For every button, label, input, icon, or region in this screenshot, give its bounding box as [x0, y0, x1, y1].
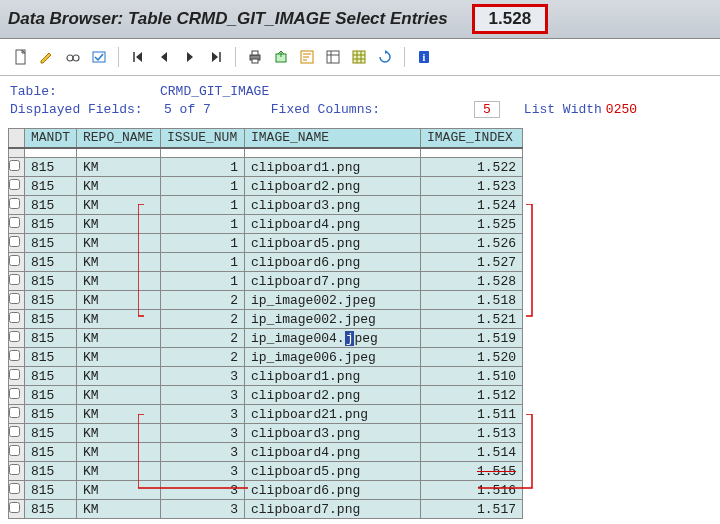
- row-selector[interactable]: [9, 310, 25, 329]
- row-selector[interactable]: [9, 424, 25, 443]
- glasses-icon[interactable]: [62, 47, 84, 67]
- table-row[interactable]: 815KM1clipboard2.png1.523: [9, 177, 523, 196]
- cell-issue: 3: [161, 386, 245, 405]
- row-selector[interactable]: [9, 272, 25, 291]
- cell-mandt: 815: [25, 177, 77, 196]
- svg-rect-6: [252, 59, 258, 63]
- row-selector[interactable]: [9, 500, 25, 519]
- cell-issue: 3: [161, 424, 245, 443]
- cell-image: ip_image004.jpeg: [245, 329, 421, 348]
- table-row[interactable]: 815KM1clipboard5.png1.526: [9, 234, 523, 253]
- cell-issue: 3: [161, 462, 245, 481]
- col-repo-name[interactable]: REPO_NAME: [77, 129, 161, 148]
- cell-image: clipboard2.png: [245, 177, 421, 196]
- cell-repo: KM: [77, 405, 161, 424]
- select-all-header[interactable]: [9, 129, 25, 148]
- prev-page-icon[interactable]: [153, 47, 175, 67]
- row-selector[interactable]: [9, 367, 25, 386]
- meta-table-label: Table:: [10, 84, 160, 99]
- row-selector[interactable]: [9, 405, 25, 424]
- cell-repo: KM: [77, 462, 161, 481]
- cell-mandt: 815: [25, 367, 77, 386]
- table-row[interactable]: 815KM1clipboard7.png1.528: [9, 272, 523, 291]
- table-row[interactable]: 815KM3clipboard7.png1.517: [9, 500, 523, 519]
- table-row[interactable]: 815KM1clipboard6.png1.527: [9, 253, 523, 272]
- sort-icon[interactable]: [296, 47, 318, 67]
- svg-rect-10: [353, 51, 365, 63]
- layout-icon[interactable]: [322, 47, 344, 67]
- info-icon[interactable]: i: [413, 47, 435, 67]
- table-row[interactable]: 815KM3clipboard21.png1.511: [9, 405, 523, 424]
- export-icon[interactable]: [270, 47, 292, 67]
- table-row[interactable]: 815KM2ip_image006.jpeg1.520: [9, 348, 523, 367]
- row-selector[interactable]: [9, 481, 25, 500]
- cell-index: 1.523: [421, 177, 523, 196]
- cell-issue: 3: [161, 367, 245, 386]
- check-table-icon[interactable]: [88, 47, 110, 67]
- row-selector[interactable]: [9, 215, 25, 234]
- row-selector[interactable]: [9, 443, 25, 462]
- cell-repo: KM: [77, 500, 161, 519]
- cell-issue: 2: [161, 310, 245, 329]
- row-selector[interactable]: [9, 196, 25, 215]
- cell-index: 1.527: [421, 253, 523, 272]
- cell-index: 1.511: [421, 405, 523, 424]
- svg-text:i: i: [423, 52, 426, 63]
- cell-index: 1.519: [421, 329, 523, 348]
- row-selector[interactable]: [9, 348, 25, 367]
- cell-repo: KM: [77, 215, 161, 234]
- table-row[interactable]: 815KM3clipboard2.png1.512: [9, 386, 523, 405]
- table-row[interactable]: 815KM1clipboard4.png1.525: [9, 215, 523, 234]
- spreadsheet-icon[interactable]: [348, 47, 370, 67]
- col-image-name[interactable]: IMAGE_NAME: [245, 129, 421, 148]
- col-mandt[interactable]: MANDT: [25, 129, 77, 148]
- first-page-icon[interactable]: [127, 47, 149, 67]
- last-page-icon[interactable]: [205, 47, 227, 67]
- table-row[interactable]: 815KM2ip_image002.jpeg1.521: [9, 310, 523, 329]
- cell-mandt: 815: [25, 291, 77, 310]
- cell-image: clipboard5.png: [245, 234, 421, 253]
- table-row[interactable]: 815KM3clipboard5.png1.515: [9, 462, 523, 481]
- row-selector[interactable]: [9, 177, 25, 196]
- cell-image: clipboard6.png: [245, 481, 421, 500]
- table-row[interactable]: 815KM2ip_image004.jpeg1.519: [9, 329, 523, 348]
- table-row[interactable]: 815KM3clipboard4.png1.514: [9, 443, 523, 462]
- table-row[interactable]: 815KM3clipboard3.png1.513: [9, 424, 523, 443]
- table-row[interactable]: 815KM2ip_image002.jpeg1.518: [9, 291, 523, 310]
- svg-point-2: [73, 55, 79, 61]
- edit-pencil-icon[interactable]: [36, 47, 58, 67]
- cell-mandt: 815: [25, 443, 77, 462]
- row-selector[interactable]: [9, 158, 25, 177]
- row-selector[interactable]: [9, 253, 25, 272]
- cell-issue: 2: [161, 329, 245, 348]
- cell-image: clipboard2.png: [245, 386, 421, 405]
- table-row[interactable]: 815KM3clipboard1.png1.510: [9, 367, 523, 386]
- cell-image: clipboard6.png: [245, 253, 421, 272]
- meta-fixed-val[interactable]: 5: [474, 101, 500, 118]
- cell-image: ip_image006.jpeg: [245, 348, 421, 367]
- cell-issue: 1: [161, 196, 245, 215]
- row-selector[interactable]: [9, 291, 25, 310]
- col-issue-num[interactable]: ISSUE_NUM: [161, 129, 245, 148]
- toolbar-separator: [235, 47, 236, 67]
- record-count-badge: 1.528: [472, 4, 549, 34]
- refresh-icon[interactable]: [374, 47, 396, 67]
- cell-mandt: 815: [25, 272, 77, 291]
- table-row[interactable]: 815KM1clipboard1.png1.522: [9, 158, 523, 177]
- table-row[interactable]: 815KM1clipboard3.png1.524: [9, 196, 523, 215]
- cell-issue: 3: [161, 481, 245, 500]
- row-selector[interactable]: [9, 462, 25, 481]
- print-icon[interactable]: [244, 47, 266, 67]
- cell-repo: KM: [77, 234, 161, 253]
- col-image-index[interactable]: IMAGE_INDEX: [421, 129, 523, 148]
- row-selector[interactable]: [9, 234, 25, 253]
- row-selector[interactable]: [9, 329, 25, 348]
- cell-image: clipboard4.png: [245, 215, 421, 234]
- cell-mandt: 815: [25, 329, 77, 348]
- row-selector[interactable]: [9, 386, 25, 405]
- new-document-icon[interactable]: [10, 47, 32, 67]
- next-page-icon[interactable]: [179, 47, 201, 67]
- cell-repo: KM: [77, 158, 161, 177]
- cell-mandt: 815: [25, 405, 77, 424]
- table-row[interactable]: 815KM3clipboard6.png1.516: [9, 481, 523, 500]
